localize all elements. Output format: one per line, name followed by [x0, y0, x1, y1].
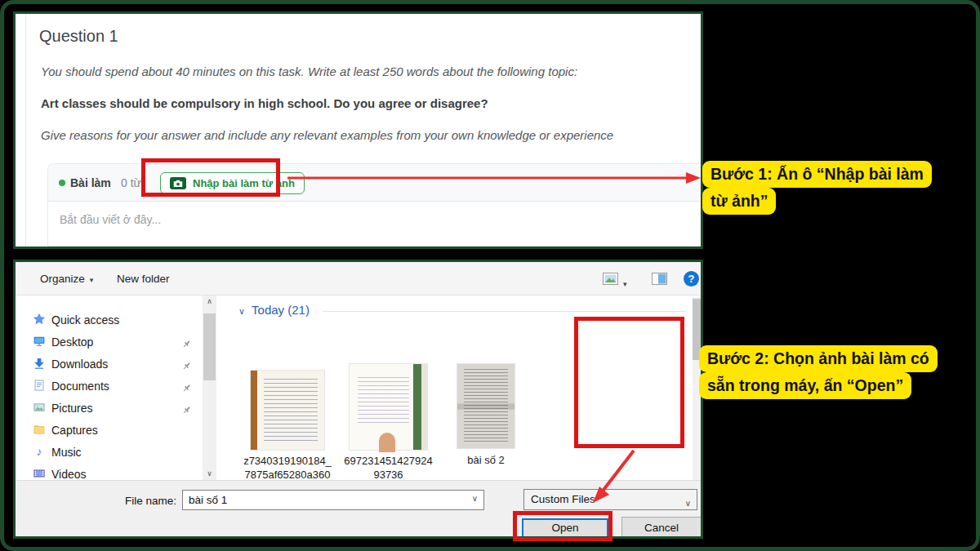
new-folder-button[interactable]: New folder — [117, 262, 170, 295]
sidebar-scrollbar[interactable]: ∧ ∨ — [203, 295, 216, 480]
sidebar-item-desktop[interactable]: Desktop — [16, 331, 203, 353]
organize-menu[interactable]: Organize▾ — [40, 262, 93, 297]
file-thumbnail — [251, 371, 324, 450]
editor-tab-label: Bài làm — [70, 164, 111, 202]
star-icon — [33, 313, 45, 325]
sidebar-item-documents[interactable]: Documents — [16, 375, 203, 398]
status-dot — [59, 180, 65, 186]
monitor-icon — [33, 335, 45, 347]
view-dropdown-arrow-icon[interactable]: ▾ — [623, 275, 627, 290]
pin-icon — [182, 359, 191, 374]
pin-icon — [182, 337, 191, 352]
file-thumbnail — [457, 364, 514, 448]
arrow-step2 — [581, 446, 648, 508]
question-title: Question 1 — [39, 27, 118, 46]
cancel-button[interactable]: Cancel — [621, 517, 702, 539]
picture-icon — [33, 402, 45, 413]
group-divider — [323, 311, 686, 312]
combo-chevron-icon[interactable]: ∨ — [472, 494, 478, 503]
scroll-down-icon[interactable]: ∨ — [203, 468, 216, 480]
group-header-today[interactable]: ∨Today (21) — [238, 303, 310, 317]
annotation-step2-line2: sẵn trong máy, ấn “Open” — [699, 372, 911, 399]
navigation-sidebar: Quick access Desktop Downloads Documents — [16, 295, 203, 480]
dialog-toolbar: Organize▾ New folder ▾ ? — [16, 262, 701, 295]
file-name-input[interactable] — [183, 491, 461, 509]
scroll-up-icon[interactable]: ∧ — [203, 295, 216, 308]
film-icon — [33, 468, 45, 479]
tutorial-image: Question 1 You should spend about 40 min… — [0, 0, 980, 551]
document-icon — [33, 380, 45, 391]
pin-icon — [182, 381, 191, 396]
dropdown-arrow-icon: ▾ — [90, 276, 94, 284]
annotation-step1-line1: Bước 1: Ấn ô “Nhập bài làm — [702, 161, 932, 188]
annotation-step1: Bước 1: Ấn ô “Nhập bài làm từ ảnh” — [702, 161, 972, 215]
sidebar-item-downloads[interactable]: Downloads — [16, 353, 203, 375]
collapse-chevron-icon: ∨ — [238, 306, 245, 316]
highlight-box-open-button — [513, 511, 612, 541]
pin-icon — [182, 403, 191, 418]
annotation-step2-line1: Bước 2: Chọn ảnh bài làm có — [699, 345, 938, 372]
page-edge-divider — [25, 14, 26, 247]
topic-text: Art classes should be compulsory in high… — [41, 96, 697, 110]
music-note-icon: ♪ — [33, 446, 45, 457]
folder-icon — [33, 424, 45, 435]
word-count: 0 từ — [121, 164, 141, 202]
highlight-box-selected-file — [574, 317, 684, 448]
thumbnail-view-icon[interactable] — [603, 273, 618, 288]
preview-pane-icon[interactable] — [652, 273, 667, 288]
arrow-step1 — [283, 168, 704, 188]
guidance-text: Give reasons for your answer and include… — [41, 128, 697, 142]
file-name-combobox: ∨ — [182, 490, 484, 510]
instruction-text: You should spend about 40 minutes on thi… — [41, 64, 697, 78]
question-panel: Question 1 You should spend about 40 min… — [13, 11, 703, 249]
editor-placeholder[interactable]: Bắt đầu viết ở đây... — [60, 213, 161, 226]
file-name-label: File name: — [81, 495, 176, 507]
annotation-step1-line2: từ ảnh” — [702, 188, 776, 215]
highlight-box-step1 — [141, 158, 280, 197]
combo-chevron-icon: ∨ — [685, 494, 691, 513]
sidebar-item-videos[interactable]: Videos — [16, 464, 203, 480]
sidebar-item-pictures[interactable]: Pictures — [16, 398, 203, 420]
annotation-step2: Bước 2: Chọn ảnh bài làm có sẵn trong má… — [699, 345, 969, 399]
download-arrow-icon — [33, 358, 45, 369]
scrollbar-thumb[interactable] — [203, 313, 216, 380]
sidebar-item-music[interactable]: ♪ Music — [16, 442, 203, 464]
help-icon[interactable]: ? — [684, 271, 699, 287]
sidebar-item-captures[interactable]: Captures — [16, 420, 203, 442]
sidebar-item-quick-access[interactable]: Quick access — [16, 309, 203, 331]
file-thumbnail — [350, 364, 427, 450]
